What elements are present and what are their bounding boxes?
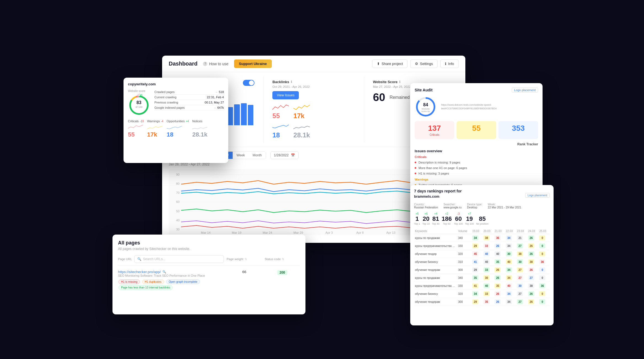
date-picker[interactable]: 1/28/2022 📅 — [270, 151, 299, 159]
svg-text:of 100: of 100 — [135, 106, 142, 108]
warnings-value: 17k — [293, 112, 310, 120]
audit-score-row: 84 Website score for https://www.dotcom-… — [415, 96, 538, 118]
criticals-sparkline — [272, 103, 289, 111]
rank-value-cell: 45 — [471, 250, 483, 258]
tab-week[interactable]: Week — [233, 152, 249, 159]
google-indexed-row: Google indexed pages → 647k — [154, 105, 224, 110]
share-project-button[interactable]: ⬆ Share project — [372, 59, 407, 68]
copywritely-card: copywritely.com Website score 83 of 100 … — [124, 78, 228, 163]
col-date-1: 19.03 — [471, 229, 483, 234]
volume-cell: 310 — [457, 258, 471, 266]
backlinks-opportunities: 18 — [272, 122, 289, 139]
svg-text:Apr 13: Apr 13 — [386, 231, 395, 234]
opportunities-sparkline — [272, 122, 289, 130]
question-icon: ? — [203, 62, 207, 66]
rank-value-cell: 35 — [494, 258, 505, 266]
rank-value-cell: 40 — [483, 250, 494, 258]
rank-value-cell: 27 — [516, 298, 527, 306]
notices-label: Notices — [192, 119, 207, 123]
rank-value-cell: 26 — [494, 274, 505, 282]
pos-no-position: 85 No position — [476, 215, 489, 225]
volume-cell: 340 — [457, 274, 471, 282]
rank-value-cell: 29 — [471, 266, 483, 274]
pos-top50: +2 186 Top 50 — [442, 212, 452, 225]
bar — [241, 103, 247, 125]
rank-value-cell: 38 — [527, 258, 539, 266]
audit-score-circle: 84 Website score for — [415, 96, 437, 118]
support-ukraine-button[interactable]: Support Ukraine — [234, 59, 272, 68]
site-audit-header: Site Audit Logo placement — [415, 88, 538, 93]
rank-value-cell: 40 — [483, 282, 494, 290]
page-url-row: https://sitechecker.pro/app/ 🔍 — [118, 270, 224, 274]
backlinks-metric: Backlinks ℹ Oct 29, 2021 - Apr 26, 2022 … — [269, 77, 358, 142]
all-pages-subtitle: All pages crawled by Sitechecker on this… — [118, 247, 300, 251]
rank-value-cell: 0 — [538, 242, 550, 250]
rank-value-cell: 36 — [538, 282, 550, 290]
page-url-link[interactable]: https://sitechecker.pro/app/ — [118, 270, 161, 274]
pos-top30: +4 81 Top 30 — [432, 212, 439, 225]
sort-icon[interactable]: ⇅ — [245, 257, 247, 261]
backlinks-date: Oct 29, 2021 - Apr 26, 2022 — [272, 85, 355, 88]
issue-dot — [415, 167, 416, 169]
audit-url: https://www.dotcom-tools.com/website-spe… — [441, 103, 538, 110]
how-to-use-link[interactable]: ? How to use — [203, 62, 228, 66]
notices-mini: Notices 28.1k — [192, 119, 207, 138]
rank-value-cell: 0 — [538, 298, 550, 306]
svg-text:Apr 8: Apr 8 — [356, 231, 364, 234]
issues-count-row: 137 Criticals 55 353 — [415, 121, 538, 139]
warnings-mini: Warnings -4 17k — [147, 119, 163, 138]
meta-country: Country: Russian Federation — [414, 203, 438, 209]
keyword-cell: обучение тендерам — [414, 266, 457, 274]
backlinks-notices: 28.1k — [293, 122, 310, 139]
score-trend-icon: 📈45 — [137, 94, 143, 96]
all-traffic-toggle[interactable] — [243, 80, 254, 86]
sort-icon-2[interactable]: ⇅ — [282, 257, 284, 261]
criticals-section-label: Criticals — [415, 155, 538, 159]
settings-button[interactable]: ⚙ Settings — [410, 59, 438, 68]
svg-text:60: 60 — [176, 200, 180, 203]
rank-value-cell: 34 — [505, 290, 516, 298]
table-row: обучение тендерам3002935263427260 — [414, 298, 550, 306]
rank-value-cell: 26 — [527, 242, 539, 250]
search-page-icon: 🔍 — [162, 270, 166, 274]
notices-value: 28.1k — [293, 131, 310, 139]
rank-value-cell: 0 — [538, 274, 550, 282]
rank-value-cell: 29 — [471, 242, 483, 250]
warnings-count: 55 — [459, 124, 493, 133]
dashboard-title: Dashboard — [169, 61, 197, 67]
rank-value-cell: 40 — [494, 250, 505, 258]
svg-text:Website: Website — [422, 108, 430, 110]
pos-top1: +5 1 Top 1 — [414, 212, 420, 225]
col-date-4: 22.03 — [505, 229, 516, 234]
tab-month[interactable]: Month — [249, 152, 265, 159]
keyword-cell: курсы по продажам — [414, 234, 457, 242]
rank-value-cell: 0 — [538, 250, 550, 258]
rank-value-cell: 30 — [516, 258, 527, 266]
info-button[interactable]: ℹ Info — [440, 59, 459, 68]
warnings-num: 17k — [147, 131, 163, 138]
rank-tracker-label: Rank Tracker — [415, 142, 538, 146]
metric-divider-2 — [364, 77, 364, 142]
table-row: курсы по продажам3403530263427270 — [414, 274, 550, 282]
keyword-cell: обучение тендерам — [414, 298, 457, 306]
rank-value-cell: 34 — [505, 298, 516, 306]
opportunities-num: 18 — [167, 131, 189, 138]
view-issues-button[interactable]: View Issues — [272, 91, 299, 99]
criticals-box: 137 Criticals — [415, 121, 454, 139]
rank-value-cell: 29 — [471, 298, 483, 306]
svg-text:80: 80 — [176, 182, 180, 185]
meta-week: Week: 22 Mar 2021 - 29 Mar 2021 — [488, 203, 521, 209]
svg-text:50: 50 — [176, 210, 180, 213]
pos-top10: +6 20 Top 10 — [422, 212, 430, 225]
svg-text:Mar 19: Mar 19 — [232, 231, 242, 234]
page-weight-value: 66 — [227, 270, 262, 274]
notices-box: 353 — [498, 121, 538, 139]
notices-count: 353 — [501, 124, 535, 133]
warnings-label: Warnings -4 — [147, 119, 163, 123]
rank-value-cell: 34 — [471, 234, 483, 242]
rankings-report-title: 7 days rankings report for — [414, 189, 462, 193]
pos-top100-2: +7 19 Top 100 — [465, 212, 474, 225]
rankings-table-head: Keywords Volume 19.03 20.03 21.03 22.03 … — [414, 229, 550, 234]
website-score-info-icon: ℹ — [399, 80, 400, 84]
url-search-input[interactable]: 🔍 Search URLs... — [134, 255, 224, 263]
